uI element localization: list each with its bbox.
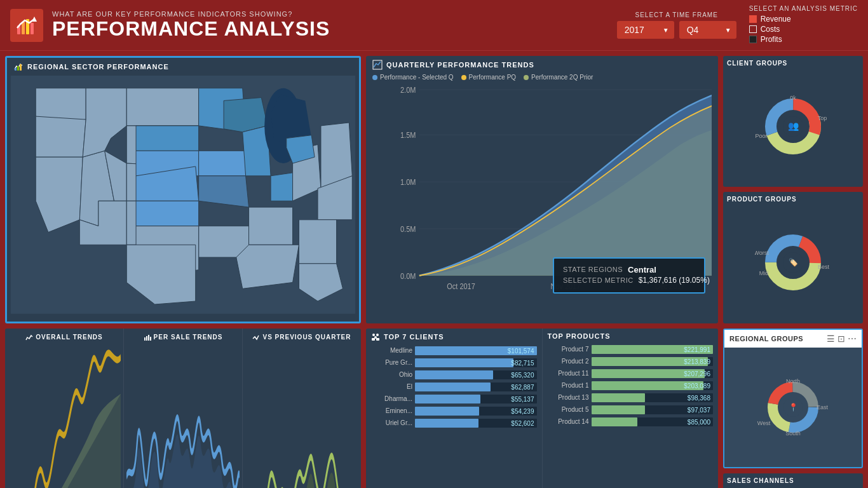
client-bar-5: Eminen... $54,239 (371, 407, 537, 416)
overall-trends-label: OVERALL TRENDS (25, 334, 103, 341)
map-container[interactable] (7, 76, 359, 314)
svg-text:Top: Top (818, 115, 827, 121)
client-label-6: Uriel Gr... (371, 419, 412, 426)
metric-revenue[interactable]: Revenue (749, 15, 791, 24)
svg-marker-31 (271, 173, 293, 201)
client-donut-svg: 👥 0k Top Poor (755, 95, 831, 155)
product-label-1: Product 2 (548, 358, 589, 365)
year-dropdown-wrapper[interactable]: 2017 2016 (617, 21, 674, 39)
product-fill-5 (592, 405, 645, 414)
regional-panel-title: REGIONAL GROUPS (729, 335, 803, 342)
product-track-4: $98,368 (592, 393, 714, 402)
profits-label: Profits (761, 35, 782, 44)
trends-panel: QUARTERLY PERFORMANCE TRENDS Performance… (366, 56, 718, 323)
panel-expand-icon[interactable]: ⊡ (837, 334, 845, 344)
product-bar-0: Product 7 $221,991 (548, 345, 714, 354)
main-content: REGIONAL SECTOR PERFORMANCE (0, 51, 868, 488)
profits-checkbox[interactable] (749, 36, 757, 43)
metric-options: Revenue Costs Profits (749, 15, 791, 45)
client-label-0: Medline (371, 347, 412, 354)
performance-icon (15, 14, 38, 37)
header-text-block: WHAT ARE OUR KEY PERFORMANCE INDICATORS … (52, 10, 617, 40)
metric-costs[interactable]: Costs (749, 25, 780, 34)
client-fill-3 (415, 383, 491, 391)
legend-dot-selected (372, 75, 377, 80)
svg-text:2.0M: 2.0M (400, 85, 416, 95)
product-groups-panel: PRODUCT GROUPS 🏷️ Worst Mid Best (723, 192, 863, 323)
client-bar-3: El $62,887 (371, 383, 537, 391)
client-value-1: $82,715 (511, 359, 534, 366)
svg-rect-5 (15, 68, 17, 71)
client-bar-0: Medline $101,574 (371, 346, 537, 355)
costs-checkbox[interactable] (749, 25, 757, 33)
svg-marker-23 (136, 201, 199, 226)
year-dropdown[interactable]: 2017 2016 (617, 21, 674, 39)
svg-rect-81 (376, 338, 379, 341)
svg-marker-25 (199, 151, 246, 175)
legend-pq: Performance PQ (461, 74, 516, 81)
dropdowns-row: 2017 2016 Q4 Q3 Q2 Q1 (617, 21, 736, 39)
legend-dot-pq (461, 75, 466, 80)
svg-text:0.0M: 0.0M (400, 271, 416, 281)
product-value-0: $221,991 (684, 346, 710, 353)
client-bar-4: Dharma... $55,137 (371, 395, 537, 403)
client-fill-6 (415, 419, 478, 428)
client-fill-2 (415, 370, 493, 379)
revenue-checkbox[interactable] (749, 15, 757, 23)
clients-section: TOP 7 CLIENTS Medline $101,574 Pure Gr..… (366, 329, 543, 488)
quarter-dropdown-wrapper[interactable]: Q4 Q3 Q2 Q1 (679, 21, 736, 39)
client-fill-1 (415, 358, 513, 367)
svg-text:East: East (817, 404, 829, 410)
trends-icon (372, 60, 383, 70)
clients-bars: Medline $101,574 Pure Gr... $82,715 (371, 346, 537, 428)
client-label-4: Dharma... (371, 395, 412, 402)
product-track-3: $203,089 (592, 381, 714, 390)
product-track-1: $213,839 (592, 357, 714, 366)
product-label-2: Product 11 (548, 370, 589, 377)
product-donut-svg: 🏷️ Worst Mid Best (755, 231, 831, 291)
product-label-3: Product 1 (548, 382, 589, 389)
svg-text:West: West (757, 420, 771, 426)
product-value-3: $203,089 (684, 382, 710, 389)
header-icon (10, 9, 43, 42)
product-label-6: Product 14 (548, 418, 589, 425)
panel-menu-icon[interactable]: ☰ (827, 334, 835, 344)
regional-panel-header: REGIONAL GROUPS ☰ ⊡ ⋯ (724, 330, 862, 348)
client-label-1: Pure Gr... (371, 359, 412, 366)
product-track-2: $207,296 (592, 369, 714, 378)
legend-label-selected: Performance - Selected Q (380, 74, 454, 81)
client-value-2: $65,320 (511, 371, 534, 378)
products-section: TOP PRODUCTS Product 7 $221,991 Product … (543, 329, 719, 488)
us-map-svg (7, 76, 359, 314)
client-track-5: $54,239 (415, 407, 537, 416)
client-value-4: $55,137 (511, 395, 534, 402)
costs-label: Costs (761, 25, 780, 34)
panel-more-icon[interactable]: ⋯ (848, 334, 857, 344)
tooltip-metric-row: SELECTED METRIC $1,367,616 (19.05%) (563, 276, 695, 285)
product-track-0: $221,991 (592, 345, 714, 354)
svg-rect-75 (148, 335, 149, 341)
product-track-5: $97,037 (592, 405, 714, 414)
per-sale-trends-section: PER SALE TRENDS (124, 329, 243, 488)
client-track-4: $55,137 (415, 395, 537, 403)
svg-text:📍: 📍 (789, 402, 798, 412)
vs-previous-chart (245, 344, 358, 488)
client-label-2: Ohio (371, 371, 412, 378)
product-bar-5: Product 5 $97,037 (548, 405, 714, 414)
product-fill-6 (592, 417, 638, 426)
product-value-6: $85,000 (688, 418, 710, 425)
overall-trends-chart (8, 344, 121, 488)
map-panel: REGIONAL SECTOR PERFORMANCE (5, 56, 361, 323)
quarter-dropdown[interactable]: Q4 Q3 Q2 Q1 (679, 21, 736, 39)
regional-panel-controls[interactable]: ☰ ⊡ ⋯ (827, 334, 857, 344)
time-frame-group: SELECT A TIME FRAME 2017 2016 Q4 Q3 Q2 Q… (617, 11, 736, 39)
chart-area: 2.0M 1.5M 1.0M 0.5M 0.0M (366, 83, 718, 313)
trends-legend: Performance - Selected Q Performance PQ … (366, 74, 718, 83)
client-track-3: $62,887 (415, 383, 537, 391)
clients-products-panel: TOP 7 CLIENTS Medline $101,574 Pure Gr..… (366, 329, 718, 488)
map-icon (13, 62, 24, 72)
metric-profits[interactable]: Profits (749, 35, 782, 44)
legend-label-2q: Performance 2Q Prior (531, 74, 593, 81)
revenue-label: Revenue (761, 15, 791, 24)
bottom-right-col: REGIONAL GROUPS ☰ ⊡ ⋯ 📍 (723, 329, 863, 488)
